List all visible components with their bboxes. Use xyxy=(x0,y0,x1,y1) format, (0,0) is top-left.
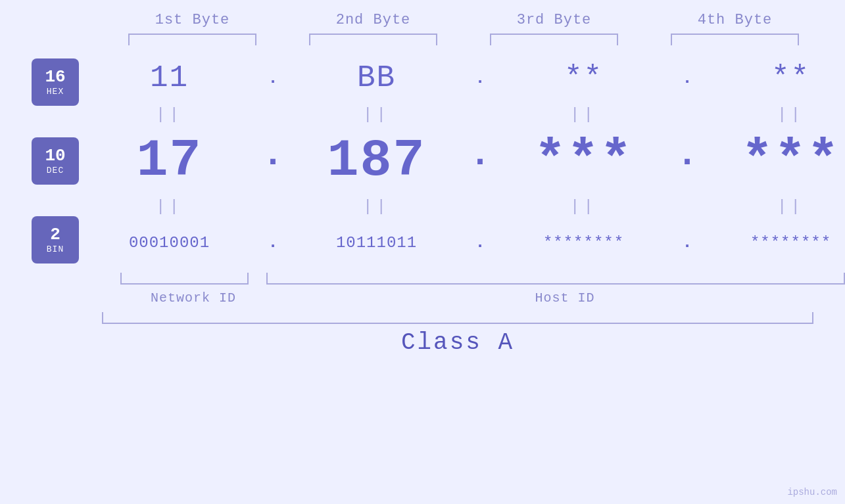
hex-b1: 11 xyxy=(150,61,189,95)
eq1-b2: || xyxy=(286,106,467,124)
bin-b1: 00010001 xyxy=(129,234,210,252)
equals-row-2: || || || || xyxy=(79,196,845,216)
id-labels: Network ID Host ID xyxy=(102,288,845,306)
dec-sep2: . xyxy=(469,134,491,175)
hex-b3-cell: ** xyxy=(493,61,674,95)
hex-sep1: . xyxy=(268,68,278,88)
dec-b1: 17 xyxy=(136,131,202,191)
dec-sep3: . xyxy=(676,134,698,175)
dec-row: 17 . 187 . *** . *** xyxy=(79,124,845,196)
hex-b2: BB xyxy=(357,61,396,95)
eq1-b1: || xyxy=(79,106,260,124)
hex-b3: ** xyxy=(564,61,603,95)
class-bracket xyxy=(102,312,813,324)
top-bracket-3 xyxy=(490,34,618,45)
network-id-label: Network ID xyxy=(102,290,285,306)
hex-b4-cell: ** xyxy=(700,61,845,95)
bin-row: 00010001 . 10111011 . ******** . xyxy=(79,216,845,269)
byte1-header: 1st Byte xyxy=(102,12,283,28)
bin-sep3: . xyxy=(682,233,692,252)
bin-b4: ******** xyxy=(750,234,831,252)
main-container: 1st Byte 2nd Byte 3rd Byte 4th Byte 16 H… xyxy=(0,0,845,504)
watermark: ipshu.com xyxy=(787,487,837,497)
bin-sep2: . xyxy=(475,233,485,252)
eq1-b4: || xyxy=(700,106,845,124)
hex-b1-cell: 11 xyxy=(79,61,260,95)
bottom-brackets xyxy=(102,273,845,285)
top-bracket-1 xyxy=(128,34,256,45)
eq2-b1: || xyxy=(79,198,260,216)
top-bracket-4 xyxy=(671,34,799,45)
content-area: 16 HEX 10 DEC 2 BIN 11 . xyxy=(0,52,845,269)
bin-b2-cell: 10111011 xyxy=(286,234,467,252)
badges-column: 16 HEX 10 DEC 2 BIN xyxy=(32,58,79,269)
dec-b3: *** xyxy=(534,131,633,191)
byte3-header: 3rd Byte xyxy=(464,12,644,28)
bin-b4-cell: ******** xyxy=(700,234,845,252)
bin-badge: 2 BIN xyxy=(32,216,79,263)
top-bracket-2 xyxy=(309,34,437,45)
byte4-header: 4th Byte xyxy=(644,12,825,28)
bin-sep1: . xyxy=(268,233,278,252)
dec-b4: *** xyxy=(741,131,840,191)
top-brackets xyxy=(102,34,845,45)
big-bracket-section: Class A xyxy=(102,312,845,356)
dec-badge: 10 DEC xyxy=(32,137,79,185)
dec-b1-cell: 17 xyxy=(79,131,260,191)
byte-headers: 1st Byte 2nd Byte 3rd Byte 4th Byte xyxy=(102,12,845,28)
hex-b2-cell: BB xyxy=(286,61,467,95)
host-id-bracket xyxy=(266,273,845,285)
eq2-b2: || xyxy=(286,198,467,216)
dec-b2-cell: 187 xyxy=(286,131,467,191)
dec-sep1: . xyxy=(262,134,283,175)
host-id-label: Host ID xyxy=(285,290,845,306)
bin-b3: ******** xyxy=(543,234,624,252)
bin-b2: 10111011 xyxy=(336,234,417,252)
eq1-b3: || xyxy=(493,106,674,124)
byte2-header: 2nd Byte xyxy=(283,12,464,28)
hex-sep3: . xyxy=(682,68,692,88)
hex-sep2: . xyxy=(475,68,485,88)
dec-b2: 187 xyxy=(327,131,425,191)
bin-b1-cell: 00010001 xyxy=(79,234,260,252)
bin-b3-cell: ******** xyxy=(493,234,674,252)
class-label: Class A xyxy=(102,329,813,356)
hex-row: 11 . BB . ** . ** xyxy=(79,52,845,104)
dec-b4-cell: *** xyxy=(700,131,845,191)
eq2-b4: || xyxy=(700,198,845,216)
network-id-bracket xyxy=(120,273,249,285)
equals-row-1: || || || || xyxy=(79,104,845,124)
dec-b3-cell: *** xyxy=(493,131,674,191)
bottom-bracket-section: Network ID Host ID xyxy=(102,273,845,306)
values-area: 11 . BB . ** . ** xyxy=(79,52,845,269)
eq2-b3: || xyxy=(493,198,674,216)
hex-badge: 16 HEX xyxy=(32,58,79,106)
hex-b4: ** xyxy=(771,61,810,95)
